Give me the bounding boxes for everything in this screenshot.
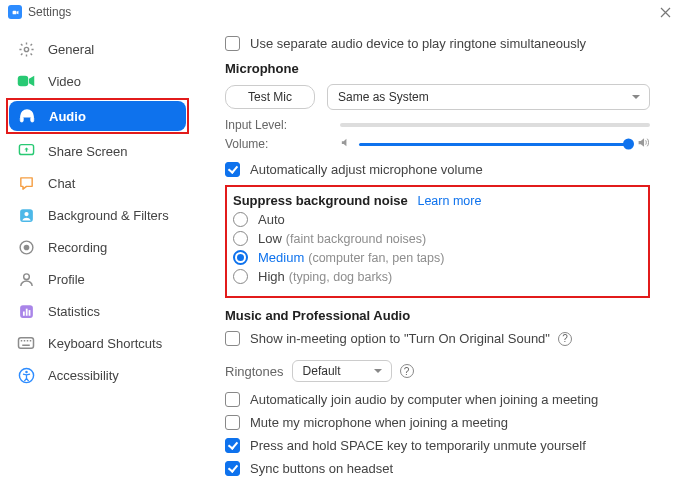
auto-adjust-mic-checkbox[interactable] — [225, 162, 240, 177]
svg-rect-16 — [21, 340, 23, 342]
sidebar-item-recording[interactable]: Recording — [8, 232, 187, 262]
statistics-icon — [16, 301, 36, 321]
suppress-noise-section: Suppress background noise Learn more Aut… — [225, 185, 650, 298]
sidebar: General Video Audio Share Screen Chat Ba… — [0, 24, 195, 501]
volume-label: Volume: — [225, 137, 340, 151]
noise-high-hint: (typing, dog barks) — [289, 270, 393, 284]
noise-low-label: Low — [258, 231, 282, 246]
learn-more-link[interactable]: Learn more — [417, 194, 481, 208]
background-icon — [16, 205, 36, 225]
svg-point-9 — [23, 244, 29, 250]
sidebar-item-label: Audio — [49, 109, 86, 124]
noise-high-label: High — [258, 269, 285, 284]
sidebar-item-profile[interactable]: Profile — [8, 264, 187, 294]
sidebar-item-label: Video — [48, 74, 81, 89]
sidebar-item-label: Keyboard Shortcuts — [48, 336, 162, 351]
mic-device-select[interactable]: Same as System — [327, 84, 650, 110]
sidebar-item-share-screen[interactable]: Share Screen — [8, 136, 187, 166]
profile-icon — [16, 269, 36, 289]
mute-on-join-checkbox[interactable] — [225, 415, 240, 430]
svg-rect-12 — [22, 311, 24, 315]
sidebar-item-chat[interactable]: Chat — [8, 168, 187, 198]
chat-icon — [16, 173, 36, 193]
separate-audio-device-label: Use separate audio device to play ringto… — [250, 36, 586, 51]
sidebar-item-label: Statistics — [48, 304, 100, 319]
sidebar-item-video[interactable]: Video — [8, 66, 187, 96]
svg-point-22 — [25, 370, 28, 373]
svg-rect-2 — [18, 76, 29, 87]
noise-auto-radio[interactable] — [233, 212, 248, 227]
auto-join-audio-label: Automatically join audio by computer whe… — [250, 392, 598, 407]
sidebar-item-label: Chat — [48, 176, 75, 191]
sync-headset-label: Sync buttons on headset — [250, 461, 393, 476]
svg-rect-0 — [12, 10, 16, 14]
noise-high-radio[interactable] — [233, 269, 248, 284]
volume-low-icon — [340, 137, 351, 151]
mute-on-join-label: Mute my microphone when joining a meetin… — [250, 415, 508, 430]
svg-rect-17 — [24, 340, 26, 342]
video-icon — [16, 71, 36, 91]
headphones-icon — [17, 106, 37, 126]
sidebar-item-label: Profile — [48, 272, 85, 287]
ringtone-help[interactable]: ? — [400, 364, 414, 378]
window-title: Settings — [28, 5, 658, 19]
sidebar-item-background-filters[interactable]: Background & Filters — [8, 200, 187, 230]
volume-thumb[interactable] — [623, 139, 634, 150]
sidebar-item-label: General — [48, 42, 94, 57]
volume-slider[interactable] — [359, 143, 629, 146]
zoom-icon — [11, 9, 20, 16]
svg-rect-3 — [20, 117, 23, 122]
auto-adjust-mic-label: Automatically adjust microphone volume — [250, 162, 483, 177]
ringtone-select[interactable]: Default — [292, 360, 392, 382]
sidebar-item-statistics[interactable]: Statistics — [8, 296, 187, 326]
svg-rect-13 — [25, 308, 27, 315]
suppress-noise-heading: Suppress background noise — [233, 193, 408, 208]
svg-rect-4 — [31, 117, 34, 122]
noise-medium-label: Medium — [258, 250, 304, 265]
sync-headset-checkbox[interactable] — [225, 461, 240, 476]
original-sound-label: Show in-meeting option to "Turn On Origi… — [250, 331, 550, 346]
sidebar-item-keyboard-shortcuts[interactable]: Keyboard Shortcuts — [8, 328, 187, 358]
sidebar-item-audio[interactable]: Audio — [9, 101, 186, 131]
original-sound-help[interactable]: ? — [558, 332, 572, 346]
recording-icon — [16, 237, 36, 257]
sidebar-item-label: Recording — [48, 240, 107, 255]
input-level-label: Input Level: — [225, 118, 340, 132]
close-button[interactable] — [658, 5, 672, 19]
sidebar-item-general[interactable]: General — [8, 34, 187, 64]
test-mic-button[interactable]: Test Mic — [225, 85, 315, 109]
app-icon — [8, 5, 22, 19]
noise-medium-hint: (computer fan, pen taps) — [308, 251, 444, 265]
svg-rect-15 — [19, 338, 34, 349]
share-screen-icon — [16, 141, 36, 161]
svg-rect-14 — [28, 310, 30, 316]
pro-audio-heading: Music and Professional Audio — [225, 308, 650, 323]
svg-rect-18 — [27, 340, 29, 342]
settings-content: Use separate audio device to play ringto… — [195, 24, 680, 501]
original-sound-checkbox[interactable] — [225, 331, 240, 346]
close-icon — [660, 7, 671, 18]
sidebar-active-highlight: Audio — [6, 98, 189, 134]
input-level-meter — [340, 123, 650, 127]
svg-point-1 — [24, 47, 28, 51]
gear-icon — [16, 39, 36, 59]
separate-audio-device-checkbox[interactable] — [225, 36, 240, 51]
sidebar-item-accessibility[interactable]: Accessibility — [8, 360, 187, 390]
titlebar: Settings — [0, 0, 680, 24]
svg-rect-20 — [22, 345, 30, 347]
noise-auto-label: Auto — [258, 212, 285, 227]
svg-point-7 — [24, 211, 28, 215]
volume-high-icon — [637, 136, 650, 152]
noise-medium-radio[interactable] — [233, 250, 248, 265]
sidebar-item-label: Share Screen — [48, 144, 128, 159]
sidebar-item-label: Background & Filters — [48, 208, 169, 223]
accessibility-icon — [16, 365, 36, 385]
microphone-heading: Microphone — [225, 61, 650, 76]
space-unmute-checkbox[interactable] — [225, 438, 240, 453]
keyboard-icon — [16, 333, 36, 353]
svg-rect-19 — [30, 340, 32, 342]
noise-low-radio[interactable] — [233, 231, 248, 246]
auto-join-audio-checkbox[interactable] — [225, 392, 240, 407]
noise-low-hint: (faint background noises) — [286, 232, 426, 246]
space-unmute-label: Press and hold SPACE key to temporarily … — [250, 438, 586, 453]
